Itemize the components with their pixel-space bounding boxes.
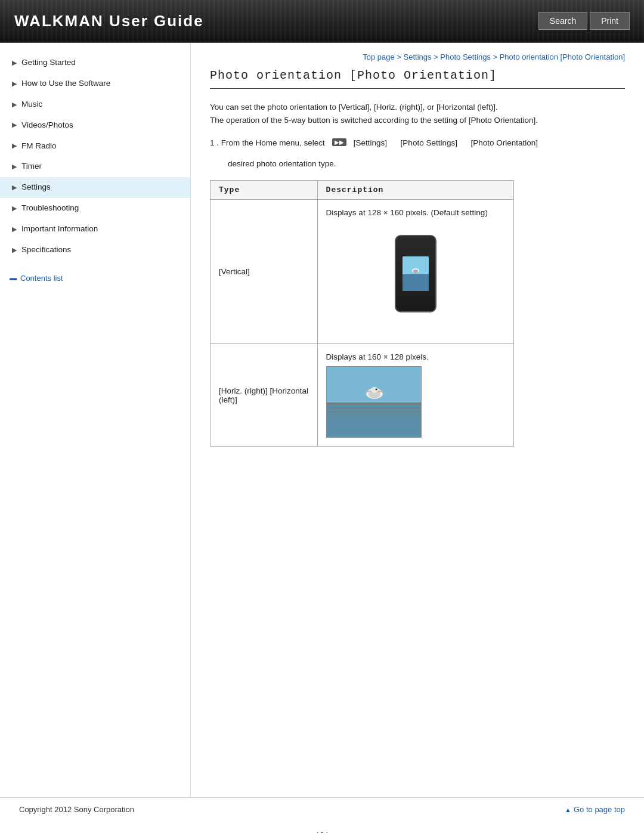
step-1: 1 . From the Home menu, select ▶▶ [Setti… (210, 138, 625, 147)
sidebar-item-label: Specifications (21, 244, 71, 256)
sidebar-item-getting-started[interactable]: ▶ Getting Started (0, 52, 190, 73)
arrow-icon: ▶ (12, 204, 17, 213)
breadcrumb: Top page > Settings > Photo Settings > P… (210, 43, 625, 69)
type-cell-vertical: [Vertical] (210, 200, 318, 344)
arrow-icon: ▶ (12, 162, 17, 171)
app-title: WALKMAN User Guide (14, 12, 204, 30)
svg-point-12 (371, 387, 378, 393)
svg-point-13 (375, 389, 377, 391)
sidebar-item-label: Videos/Photos (21, 120, 73, 131)
photo-mockup: 2008/03/01 12:12PM ⏸ 4/15 ▓▓▓ (326, 366, 422, 438)
contents-list-icon: ▬ (10, 274, 17, 282)
step-1-end: desired photo orientation type. (210, 159, 625, 168)
body-line1: You can set the photo orientation to [Ve… (210, 101, 625, 114)
contents-list-label: Contents list (20, 274, 63, 283)
sidebar-item-specifications[interactable]: ▶ Specifications (0, 240, 190, 261)
header-buttons: Search Print (538, 12, 630, 30)
svg-rect-9 (327, 414, 422, 416)
arrow-icon: ▶ (12, 246, 17, 255)
svg-rect-6 (327, 402, 422, 405)
body-line2: The operation of the 5-way button is swi… (210, 114, 625, 127)
sidebar-item-label: How to Use the Software (21, 78, 110, 89)
page-number: 124 (0, 821, 644, 833)
orientation-table: Type Description [Vertical] Displays at … (210, 180, 514, 447)
arrow-icon: ▶ (12, 58, 17, 67)
sidebar-item-troubleshooting[interactable]: ▶ Troubleshooting (0, 198, 190, 219)
breadcrumb-link[interactable]: Top page > Settings > Photo Settings > P… (363, 52, 625, 61)
table-header-type: Type (210, 181, 318, 200)
type-cell-horizontal: [Horiz. (right)] [Horizontal (left)] (210, 344, 318, 447)
sidebar-item-music[interactable]: ▶ Music (0, 94, 190, 115)
arrow-icon: ▶ (12, 120, 17, 129)
sidebar-item-how-to-use[interactable]: ▶ How to Use the Software (0, 73, 190, 94)
step-number: 1 . From the Home menu, select (210, 138, 325, 147)
sidebar-item-label: Getting Started (21, 57, 76, 69)
arrow-icon: ▶ (12, 225, 17, 234)
sidebar-item-label: Troubleshooting (21, 203, 79, 214)
table-header-description: Description (317, 181, 513, 200)
main-layout: ▶ Getting Started ▶ How to Use the Softw… (0, 43, 644, 797)
header: WALKMAN User Guide Search Print (0, 0, 644, 43)
sidebar-item-fm-radio[interactable]: ▶ FM Radio (0, 136, 190, 157)
table-row: [Horiz. (right)] [Horizontal (left)] Dis… (210, 344, 514, 447)
desc-cell-vertical: Displays at 128 × 160 pixels. (Default s… (317, 200, 513, 344)
desc-cell-horizontal: Displays at 160 × 128 pixels. (317, 344, 513, 447)
arrow-icon: ▶ (12, 79, 17, 88)
sidebar-item-timer[interactable]: ▶ Timer (0, 156, 190, 177)
search-button[interactable]: Search (538, 12, 587, 30)
arrow-icon: ▶ (12, 141, 17, 150)
arrow-icon: ▶ (12, 183, 17, 192)
sidebar: ▶ Getting Started ▶ How to Use the Softw… (0, 43, 191, 797)
sidebar-item-settings[interactable]: ▶ Settings (0, 177, 190, 198)
table-row: [Vertical] Displays at 128 × 160 pixels.… (210, 200, 514, 344)
go-to-top-link[interactable]: Go to page top (565, 805, 625, 814)
device-mockup-vertical (395, 235, 436, 312)
print-button[interactable]: Print (590, 12, 630, 30)
sidebar-item-label: Music (21, 99, 42, 110)
type-label-vertical: [Vertical] (219, 267, 309, 276)
step-text: [Settings] [Photo Settings] [Photo Orien… (354, 138, 538, 147)
svg-rect-1 (402, 274, 429, 291)
copyright: Copyright 2012 Sony Corporation (19, 805, 134, 814)
svg-rect-8 (327, 411, 422, 413)
type-label-horizontal: [Horiz. (right)] [Horizontal (left)] (219, 386, 309, 404)
sidebar-item-label: Settings (21, 182, 51, 193)
footer: Copyright 2012 Sony Corporation Go to pa… (0, 797, 644, 821)
arrow-icon: ▶ (12, 100, 17, 109)
svg-point-3 (413, 270, 418, 273)
settings-icon: ▶▶ (332, 138, 346, 146)
desc-text-horizontal: Displays at 160 × 128 pixels. (326, 352, 505, 361)
sidebar-item-label: Timer (21, 161, 42, 172)
main-content: Top page > Settings > Photo Settings > P… (191, 43, 644, 797)
sidebar-item-important-information[interactable]: ▶ Important Information (0, 219, 190, 240)
body-text: You can set the photo orientation to [Ve… (210, 101, 625, 126)
sidebar-item-label: Important Information (21, 224, 98, 235)
sidebar-item-videos-photos[interactable]: ▶ Videos/Photos (0, 115, 190, 136)
device-screen-vertical (402, 256, 429, 291)
contents-list-link[interactable]: ▬ Contents list (0, 268, 190, 289)
page-title: Photo orientation [Photo Orientation] (210, 69, 625, 89)
desc-text-vertical: Displays at 128 × 160 pixels. (Default s… (326, 208, 505, 217)
sidebar-item-label: FM Radio (21, 141, 57, 152)
svg-rect-7 (327, 407, 422, 409)
